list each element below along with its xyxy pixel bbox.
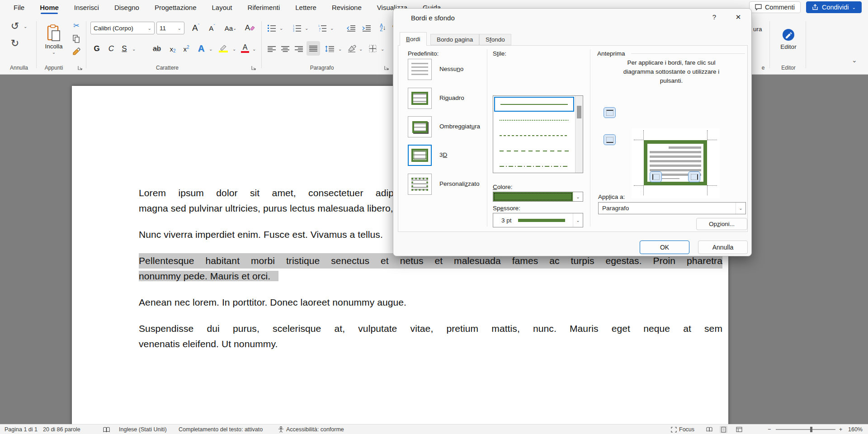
read-mode-view-button[interactable] xyxy=(705,425,713,434)
top-border-toggle-button[interactable] xyxy=(604,107,616,118)
zoom-out-button[interactable]: − xyxy=(768,425,771,434)
style-option-solid[interactable] xyxy=(494,97,574,112)
align-left-button[interactable] xyxy=(266,43,278,55)
text-effects-button[interactable]: A xyxy=(194,41,208,56)
menu-progettazione[interactable]: Progettazione xyxy=(154,1,198,14)
font-name-select[interactable]: Calibri (Corpo)⌄ xyxy=(90,22,155,34)
right-border-toggle-button[interactable] xyxy=(688,171,700,182)
menu-home[interactable]: Home xyxy=(39,1,60,14)
decrease-indent-button[interactable] xyxy=(344,22,357,34)
cancel-button[interactable]: Annulla xyxy=(698,241,748,254)
dictate-button-fragment[interactable]: ura xyxy=(753,26,762,33)
ok-button[interactable]: OK xyxy=(640,241,689,254)
multilevel-list-button[interactable]: 1ai xyxy=(316,22,328,34)
border-style-list[interactable] xyxy=(493,95,583,173)
borders-button[interactable] xyxy=(366,42,379,55)
undo-button[interactable]: ↺ xyxy=(8,20,22,32)
word-count[interactable]: 20 di 86 parole xyxy=(43,425,80,434)
align-center-button[interactable] xyxy=(279,43,291,55)
redo-button[interactable]: ↻ xyxy=(8,38,22,49)
dialog-close-button[interactable]: ✕ xyxy=(731,11,745,23)
web-layout-view-button[interactable] xyxy=(735,425,743,434)
font-dialog-launcher-icon[interactable] xyxy=(251,66,256,71)
language-indicator[interactable]: Inglese (Stati Uniti) xyxy=(119,425,167,434)
zoom-slider-track[interactable] xyxy=(776,429,835,430)
chevron-down-icon[interactable]: ⌄ xyxy=(279,26,283,31)
tab-sfondo[interactable]: Sfondo xyxy=(479,34,511,45)
italic-button[interactable]: C xyxy=(105,42,118,56)
align-right-button[interactable] xyxy=(293,43,305,55)
chevron-down-icon[interactable]: ⌄ xyxy=(338,47,342,52)
editor-button[interactable]: Editor xyxy=(774,19,803,59)
menu-layout[interactable]: Layout xyxy=(211,1,233,14)
style-option-dash-large[interactable] xyxy=(494,143,574,158)
print-layout-view-button-active[interactable] xyxy=(720,425,727,434)
preset-riquadro[interactable]: Riquadro xyxy=(439,94,464,101)
bold-button[interactable]: G xyxy=(90,42,103,56)
chevron-down-icon[interactable]: ⌄ xyxy=(24,24,27,29)
style-option-dotted[interactable] xyxy=(494,113,574,127)
chevron-down-icon[interactable]: ⌄ xyxy=(359,47,363,52)
bullets-button[interactable] xyxy=(266,22,278,34)
style-list-scrollbar[interactable] xyxy=(575,96,583,173)
chevron-down-icon[interactable]: ⌄ xyxy=(305,26,308,31)
highlight-button[interactable] xyxy=(216,41,231,56)
preset-3d[interactable]: 3D xyxy=(439,151,447,158)
underline-button[interactable]: S xyxy=(118,42,130,56)
tab-bordo-pagina[interactable]: Bordo pagina xyxy=(430,34,479,45)
dialog-help-button[interactable]: ? xyxy=(710,13,719,21)
comments-button[interactable]: Commenti xyxy=(749,1,801,13)
sort-button[interactable]: AZ ↓ xyxy=(376,21,390,34)
chevron-down-icon[interactable]: ⌄ xyxy=(209,47,212,52)
menu-disegno[interactable]: Disegno xyxy=(113,1,140,14)
custom-preset-icon[interactable] xyxy=(408,174,432,195)
paste-button[interactable]: Incolla ⌄ xyxy=(39,19,69,59)
proofing-book-icon[interactable] xyxy=(103,425,110,434)
shadow-preset-icon[interactable] xyxy=(408,116,432,137)
accessibility-indicator[interactable]: Accessibilità: conforme xyxy=(278,425,344,434)
strikethrough-button[interactable]: ab xyxy=(149,42,165,56)
style-option-dash-dot[interactable] xyxy=(494,159,574,174)
cut-button[interactable]: ✂ xyxy=(71,20,82,30)
border-color-select[interactable]: ⌄ xyxy=(493,192,583,202)
focus-mode-button[interactable]: Focus xyxy=(671,425,694,434)
menu-file[interactable]: File xyxy=(13,1,25,14)
menu-lettere[interactable]: Lettere xyxy=(294,1,317,14)
font-size-select[interactable]: 11⌄ xyxy=(156,22,184,34)
preset-nessuno[interactable]: Nessuno xyxy=(439,66,463,72)
zoom-slider-thumb[interactable] xyxy=(810,427,812,432)
superscript-button[interactable]: x2 xyxy=(180,42,193,56)
none-preset-icon[interactable] xyxy=(408,59,432,80)
font-color-button[interactable]: A xyxy=(239,41,251,56)
tab-bordi[interactable]: Bordi xyxy=(400,32,427,46)
clipboard-dialog-launcher-icon[interactable] xyxy=(78,66,83,71)
line-spacing-button[interactable] xyxy=(323,43,336,55)
bottom-border-toggle-button[interactable] xyxy=(604,134,616,145)
chevron-down-icon[interactable]: ⌄ xyxy=(330,26,334,31)
copy-button[interactable] xyxy=(71,34,82,44)
border-width-select[interactable]: 3 pt ⌄ xyxy=(493,213,583,227)
format-painter-button[interactable] xyxy=(71,47,82,57)
scrollbar-thumb[interactable] xyxy=(577,106,581,118)
clear-formatting-button[interactable]: A xyxy=(242,22,258,34)
page-indicator[interactable]: Pagina 1 di 1 xyxy=(5,425,38,434)
change-case-button[interactable]: Aa⌄ xyxy=(222,22,240,34)
increase-indent-button[interactable] xyxy=(360,22,373,34)
zoom-in-button[interactable]: + xyxy=(839,425,842,434)
3d-preset-icon[interactable] xyxy=(408,145,432,166)
options-button[interactable]: Opzioni... xyxy=(696,218,747,230)
apply-to-select[interactable]: Paragrafo ⌄ xyxy=(598,202,746,214)
shrink-font-button[interactable]: Aˇ xyxy=(204,22,220,34)
border-preview-diagram[interactable] xyxy=(632,128,720,198)
text-completion-indicator[interactable]: Completamento del testo: attivato xyxy=(179,425,263,434)
menu-revisione[interactable]: Revisione xyxy=(331,1,363,14)
preset-personalizzato[interactable]: Personalizzato xyxy=(439,180,480,187)
box-preset-icon[interactable] xyxy=(408,88,432,109)
grow-font-button[interactable]: Aˆ xyxy=(188,22,203,34)
chevron-down-icon[interactable]: ⌄ xyxy=(252,47,256,52)
numbering-button[interactable]: 123 xyxy=(291,22,303,34)
menu-inserisci[interactable]: Inserisci xyxy=(73,1,100,14)
chevron-down-icon[interactable]: ⌄ xyxy=(381,47,384,52)
style-option-dash-small[interactable] xyxy=(494,128,574,143)
shading-button[interactable] xyxy=(345,42,358,55)
